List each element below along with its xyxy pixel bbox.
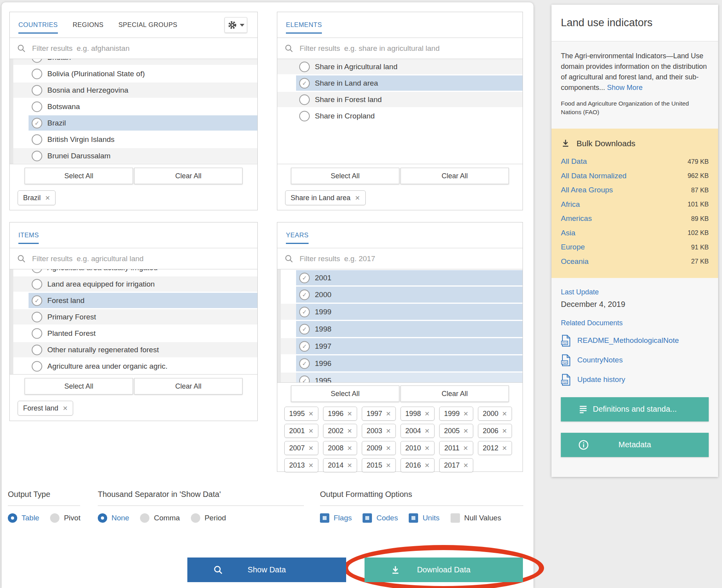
list-item[interactable]: Land area equipped for irrigation <box>10 276 257 292</box>
list-item[interactable]: Share in Agricultural land <box>277 59 523 74</box>
settings-button[interactable] <box>225 17 247 33</box>
selected-chip[interactable]: 2013 <box>284 458 318 472</box>
remove-icon[interactable] <box>386 445 391 452</box>
remove-icon[interactable] <box>63 405 68 412</box>
checkbox-flags[interactable]: Flags <box>320 513 352 523</box>
remove-icon[interactable] <box>424 462 429 469</box>
selected-chip[interactable]: 2011 <box>439 441 473 455</box>
bulk-download-link[interactable]: All Data Normalized <box>561 172 627 180</box>
remove-icon[interactable] <box>308 462 313 469</box>
list-item-selected[interactable]: Share in Land area <box>277 75 523 91</box>
selected-chip[interactable]: 2004 <box>401 424 435 438</box>
remove-icon[interactable] <box>463 445 468 452</box>
document-link-row[interactable]: PDF Update history <box>561 374 709 386</box>
remove-icon[interactable] <box>502 445 507 452</box>
list-item[interactable]: Agricultural area actually irrigated <box>10 269 257 275</box>
remove-icon[interactable] <box>386 462 391 469</box>
remove-icon[interactable] <box>463 462 468 469</box>
selected-chip[interactable]: Forest land <box>18 401 73 416</box>
selected-chip[interactable]: 2002 <box>323 424 357 438</box>
radio-none[interactable]: None <box>98 513 129 523</box>
document-link-row[interactable]: PDF CountryNotes <box>561 354 709 366</box>
selected-chip[interactable]: 1998 <box>401 407 435 421</box>
list-item[interactable]: Bolivia (Plurinational State of) <box>10 66 257 81</box>
tab-countries[interactable]: COUNTRIES <box>18 12 58 34</box>
countries-scrollbar[interactable] <box>10 59 13 164</box>
list-item[interactable]: Other naturally regenerated forest <box>10 342 257 357</box>
bulk-download-link[interactable]: All Data <box>561 157 587 166</box>
checkbox-codes[interactable]: Codes <box>363 513 398 523</box>
selected-chip[interactable]: 1999 <box>439 407 473 421</box>
clear-all-button[interactable]: Clear All <box>134 378 242 394</box>
bulk-download-link[interactable]: Africa <box>561 200 580 209</box>
list-item[interactable]: British Virgin Islands <box>10 132 257 147</box>
tab-regions[interactable]: REGIONS <box>73 12 104 34</box>
selected-chip[interactable]: 2003 <box>362 424 396 438</box>
list-item[interactable]: Share in Cropland <box>277 108 523 124</box>
remove-icon[interactable] <box>502 427 507 435</box>
items-filter-input[interactable] <box>31 254 250 264</box>
years-filter-input[interactable] <box>299 254 515 264</box>
checkbox-null-values[interactable]: Null Values <box>451 513 501 523</box>
tab-special-groups[interactable]: SPECIAL GROUPS <box>119 12 178 34</box>
list-item[interactable]: Planted Forest <box>10 326 257 341</box>
remove-icon[interactable] <box>355 194 360 202</box>
clear-all-button[interactable]: Clear All <box>401 385 509 402</box>
metadata-button[interactable]: Metadata <box>561 433 709 457</box>
list-item[interactable]: Bosnia and Herzegovina <box>10 82 257 98</box>
remove-icon[interactable] <box>424 445 429 452</box>
selected-chip[interactable]: 2000 <box>478 407 512 421</box>
remove-icon[interactable] <box>45 194 50 202</box>
select-all-button[interactable]: Select All <box>291 385 399 402</box>
selected-chip[interactable]: 1997 <box>362 407 396 421</box>
select-all-button[interactable]: Select All <box>25 378 133 394</box>
selected-chip[interactable]: 2014 <box>323 458 357 472</box>
download-data-button[interactable]: Download Data <box>365 558 523 582</box>
selected-chip[interactable]: 1995 <box>284 407 318 421</box>
selected-chip[interactable]: 2015 <box>362 458 396 472</box>
selected-chip[interactable]: 2007 <box>284 441 318 455</box>
remove-icon[interactable] <box>308 410 313 418</box>
definitions-standards-button[interactable]: Definitions and standa... <box>561 397 709 421</box>
radio-table[interactable]: Table <box>8 513 39 523</box>
remove-icon[interactable] <box>463 427 468 435</box>
elements-filter-input[interactable] <box>299 44 515 53</box>
remove-icon[interactable] <box>424 427 429 435</box>
list-item-selected[interactable]: 1999 <box>277 304 523 320</box>
selected-chip[interactable]: 2006 <box>478 424 512 438</box>
countries-filter-input[interactable] <box>31 44 250 53</box>
checkbox-units[interactable]: Units <box>409 513 439 523</box>
selected-chip[interactable]: 2010 <box>401 441 435 455</box>
remove-icon[interactable] <box>386 410 391 418</box>
remove-icon[interactable] <box>347 445 352 452</box>
remove-icon[interactable] <box>463 410 468 418</box>
radio-period[interactable]: Period <box>191 513 226 523</box>
clear-all-button[interactable]: Clear All <box>401 168 509 184</box>
list-item-selected[interactable]: 2000 <box>277 287 523 303</box>
years-scrollbar[interactable] <box>277 269 281 382</box>
bulk-download-link[interactable]: Americas <box>561 214 592 223</box>
selected-chip[interactable]: Share in Land area <box>285 190 366 205</box>
selected-chip[interactable]: 1996 <box>323 407 357 421</box>
remove-icon[interactable] <box>502 410 507 418</box>
tab-items[interactable]: ITEMS <box>18 222 39 244</box>
bulk-download-link[interactable]: Asia <box>561 229 575 237</box>
radio-comma[interactable]: Comma <box>140 513 180 523</box>
radio-pivot[interactable]: Pivot <box>50 513 80 523</box>
selected-chip[interactable]: Brazil <box>18 190 56 205</box>
bulk-download-link[interactable]: Oceania <box>561 257 589 266</box>
list-item-selected[interactable]: 1995 <box>277 373 523 383</box>
selected-chip[interactable]: 2012 <box>478 441 512 455</box>
tab-elements[interactable]: ELEMENTS <box>286 12 322 34</box>
clear-all-button[interactable]: Clear All <box>134 168 242 184</box>
items-scrollbar[interactable] <box>10 269 13 374</box>
list-item[interactable]: Brunei Darussalam <box>10 148 257 163</box>
bulk-download-link[interactable]: All Area Groups <box>561 186 613 194</box>
selected-chip[interactable]: 2017 <box>439 458 473 472</box>
select-all-button[interactable]: Select All <box>25 168 133 184</box>
list-item-selected[interactable]: Brazil <box>10 115 257 131</box>
remove-icon[interactable] <box>347 427 352 435</box>
remove-icon[interactable] <box>347 462 352 469</box>
list-item-selected[interactable]: 1997 <box>277 338 523 354</box>
selected-chip[interactable]: 2008 <box>323 441 357 455</box>
